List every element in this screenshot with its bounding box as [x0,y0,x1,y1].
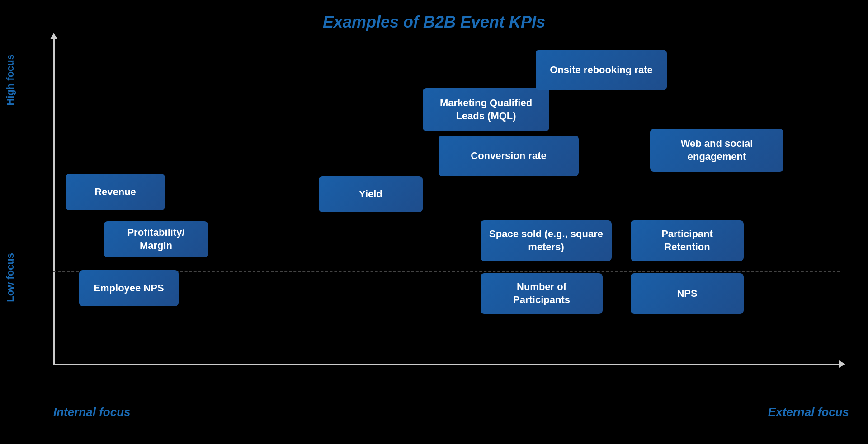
y-axis-label-bottom: Low focus [5,253,16,302]
kpi-box-yield: Yield [319,176,423,212]
y-axis-label-top: High focus [5,54,16,106]
chart-container: Examples of B2B Event KPIs High focus Lo… [0,0,868,444]
x-axis-label-left: Internal focus [53,405,130,419]
kpi-box-revenue: Revenue [66,174,165,210]
y-axis [53,38,55,364]
kpi-box-nps: NPS [631,273,744,314]
kpi-box-employee-nps: Employee NPS [79,270,179,306]
kpi-box-onsite-rebooking: Onsite rebooking rate [536,50,667,90]
main-title: Examples of B2B Event KPIs [323,13,545,32]
kpi-box-mql: Marketing Qualified Leads (MQL) [423,88,549,131]
kpi-box-conversion-rate: Conversion rate [439,136,579,176]
kpi-box-space-sold: Space sold (e.g., square meters) [481,220,612,261]
kpi-box-web-social: Web and social engagement [650,129,783,172]
kpi-box-number-of-participants: Number of Participants [481,273,603,314]
x-axis-label-right: External focus [768,405,849,419]
kpi-box-participant-retention: Participant Retention [631,220,744,261]
kpi-box-profitability: Profitability/ Margin [104,221,208,257]
x-axis [53,364,840,365]
